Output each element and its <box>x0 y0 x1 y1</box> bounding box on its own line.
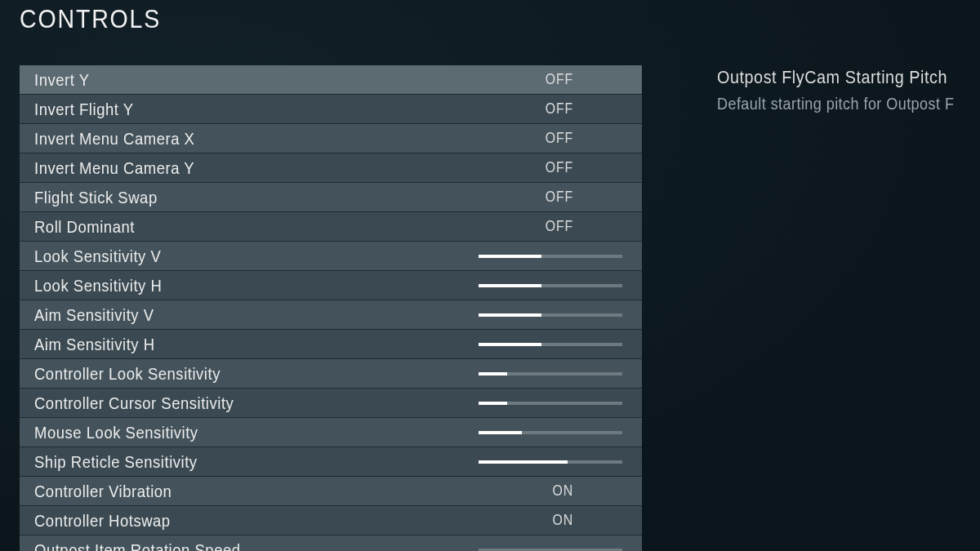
settings-row-toggle-value[interactable]: OFF <box>546 159 573 176</box>
settings-row[interactable]: Flight Stick SwapOFF <box>20 183 642 212</box>
settings-row-toggle-value[interactable]: OFF <box>546 130 573 147</box>
settings-row[interactable]: Mouse Look Sensitivity <box>20 418 642 447</box>
settings-row-slider[interactable] <box>479 284 622 287</box>
settings-row[interactable]: Outpost Item Rotation Speed <box>20 535 642 551</box>
settings-row[interactable]: Look Sensitivity V <box>20 242 642 271</box>
settings-row-label: Invert Y <box>34 70 90 90</box>
settings-row-label: Controller Look Sensitivity <box>34 364 220 384</box>
settings-row[interactable]: Invert Menu Camera XOFF <box>20 124 642 153</box>
settings-row[interactable]: Look Sensitivity H <box>20 271 642 300</box>
settings-row-slider-fill <box>479 402 507 405</box>
help-body: Default starting pitch for Outpost F <box>717 95 954 113</box>
settings-row-slider-fill <box>479 255 541 258</box>
settings-row-label: Invert Flight Y <box>34 100 134 119</box>
settings-row-slider[interactable] <box>479 313 622 317</box>
settings-row[interactable]: Invert YOFF <box>20 65 642 95</box>
settings-row-label: Aim Sensitivity V <box>34 305 154 325</box>
settings-row[interactable]: Ship Reticle Sensitivity <box>20 447 642 477</box>
settings-row-slider[interactable] <box>479 402 622 405</box>
settings-row-label: Look Sensitivity V <box>34 247 161 266</box>
settings-row-slider-fill <box>479 313 541 317</box>
settings-row-toggle-value[interactable]: OFF <box>546 71 573 88</box>
settings-row[interactable]: Invert Menu Camera YOFF <box>20 153 642 183</box>
settings-row-label: Invert Menu Camera X <box>34 129 194 149</box>
settings-row-toggle-value[interactable]: OFF <box>546 218 573 235</box>
settings-row-label: Controller Hotswap <box>34 511 171 531</box>
settings-row-label: Controller Cursor Sensitivity <box>34 393 234 413</box>
settings-row-label: Ship Reticle Sensitivity <box>34 452 198 472</box>
settings-row-slider[interactable] <box>479 460 622 464</box>
settings-row-label: Mouse Look Sensitivity <box>34 423 198 442</box>
settings-row[interactable]: Controller Cursor Sensitivity <box>20 389 642 418</box>
settings-row-label: Outpost Item Rotation Speed <box>34 540 241 552</box>
help-panel: Outpost FlyCam Starting Pitch Default st… <box>717 67 980 113</box>
settings-row-slider-fill <box>479 372 507 375</box>
settings-row-slider-fill <box>479 431 522 434</box>
settings-row-slider-fill <box>479 284 541 287</box>
settings-row-toggle-value[interactable]: OFF <box>546 100 573 118</box>
settings-row-label: Controller Vibration <box>34 482 172 501</box>
settings-row-toggle-value[interactable]: ON <box>552 482 573 500</box>
settings-row[interactable]: Controller VibrationON <box>20 477 642 506</box>
settings-row-slider[interactable] <box>479 431 622 434</box>
settings-row-label: Roll Dominant <box>34 217 135 237</box>
settings-row[interactable]: Controller Look Sensitivity <box>20 359 642 389</box>
settings-row-label: Aim Sensitivity H <box>34 335 155 354</box>
settings-row-slider[interactable] <box>479 372 622 375</box>
page-title: CONTROLS <box>20 5 161 34</box>
settings-row-label: Look Sensitivity H <box>34 276 162 295</box>
settings-row[interactable]: Aim Sensitivity H <box>20 330 642 359</box>
help-title: Outpost FlyCam Starting Pitch <box>717 67 954 88</box>
settings-row[interactable]: Roll DominantOFF <box>20 212 642 242</box>
settings-row-slider-fill <box>479 343 541 346</box>
settings-row-slider[interactable] <box>479 549 622 552</box>
settings-row-label: Flight Stick Swap <box>34 188 158 207</box>
settings-row-slider[interactable] <box>479 255 622 258</box>
settings-row-label: Invert Menu Camera Y <box>34 158 194 178</box>
settings-row-slider-fill <box>479 460 568 464</box>
settings-row[interactable]: Controller HotswapON <box>20 506 642 535</box>
settings-row[interactable]: Aim Sensitivity V <box>20 300 642 330</box>
settings-row-toggle-value[interactable]: OFF <box>546 189 573 206</box>
settings-row-slider[interactable] <box>479 343 622 346</box>
settings-row-toggle-value[interactable]: ON <box>552 512 573 529</box>
settings-row[interactable]: Invert Flight YOFF <box>20 95 642 124</box>
settings-list: Invert YOFFInvert Flight YOFFInvert Menu… <box>20 65 642 551</box>
